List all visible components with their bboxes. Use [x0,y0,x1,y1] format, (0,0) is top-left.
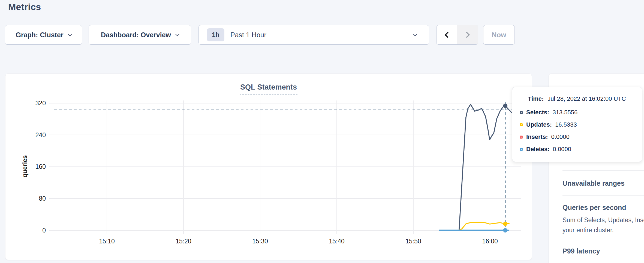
x-axis-tick: 15:10 [91,238,123,245]
inserts-swatch-icon [520,136,523,139]
tooltip-series-value: 0.0000 [553,146,571,153]
next-window-button[interactable] [457,25,478,44]
page-title: Metrics [8,2,41,12]
x-axis-tick: 16:00 [474,238,506,245]
chevron-left-icon [444,32,451,38]
sidebar-item-description: Sum of Selects, Updates, Inserts, and De… [562,215,644,225]
tooltip-series-label: Updates: [526,121,552,128]
chart-hover-tooltip: Time:Jul 28, 2022 at 16:02:00 UTC Select… [512,87,642,162]
tooltip-series-value: 16.5333 [555,121,577,128]
chevron-down-icon [175,32,180,36]
tooltip-series-value: 313.5556 [552,109,577,116]
tooltip-time-value: Jul 28, 2022 at 16:02:00 UTC [547,95,626,102]
now-button[interactable]: Now [483,25,515,45]
updates-swatch-icon [520,123,523,126]
time-window-stepper [436,25,478,45]
divider [562,170,644,171]
chevron-right-icon [464,32,470,38]
tooltip-series-row: Inserts: 0.0000 [520,133,570,140]
sql-statements-chart-card: SQL Statements queries 32024016080015:10… [5,74,532,260]
x-axis-tick: 15:50 [397,238,430,245]
chevron-down-icon [68,32,72,36]
dashboard-dropdown[interactable]: Dashboard: Overview [89,25,191,45]
deletes-swatch-icon [520,148,523,151]
tooltip-series-row: Selects: 313.5556 [520,109,577,116]
sidebar-item-description: your entire cluster. [562,225,614,235]
tooltip-series-label: Deletes: [526,146,550,153]
metrics-page: { "page": { "title": "Metrics" }, "toolb… [0,0,644,263]
tooltip-series-row: Updates: 16.5333 [520,121,577,128]
graph-scope-dropdown[interactable]: Graph: Cluster [5,25,82,45]
tooltip-series-label: Selects: [526,109,549,116]
graph-scope-dropdown-label: Graph: Cluster [16,31,63,39]
dashboard-dropdown-label: Dashboard: Overview [101,31,171,39]
tooltip-series-row: Deletes: 0.0000 [520,146,571,153]
time-range-label: Past 1 Hour [230,31,414,39]
tooltip-time-label: Time: [528,95,544,102]
y-axis-tick: 160 [16,163,46,171]
tooltip-series-value: 0.0000 [551,133,569,140]
time-range-badge: 1h [207,28,224,41]
tooltip-time-row: Time:Jul 28, 2022 at 16:02:00 UTC [528,95,626,102]
sidebar-item-unavailable-ranges: Unavailable ranges [562,179,625,187]
x-axis-tick: 15:30 [244,238,276,245]
sidebar-item-queries-per-second: Queries per second [562,204,626,212]
divider [562,195,644,196]
time-range-picker[interactable]: 1h Past 1 Hour [198,25,429,45]
x-axis-tick: 15:40 [320,238,353,245]
y-axis-tick: 320 [16,99,46,107]
tooltip-series-label: Inserts: [526,133,548,140]
y-axis-tick: 0 [16,226,46,234]
previous-window-button[interactable] [437,25,457,44]
chart-plot-area[interactable] [5,74,532,260]
chevron-down-icon [413,32,417,36]
divider [562,239,644,239]
x-axis-tick: 15:20 [167,238,200,245]
sidebar-item-p99-latency: P99 latency [562,247,600,255]
selects-swatch-icon [520,111,523,114]
y-axis-tick: 80 [16,194,46,203]
y-axis-tick: 240 [16,131,46,139]
